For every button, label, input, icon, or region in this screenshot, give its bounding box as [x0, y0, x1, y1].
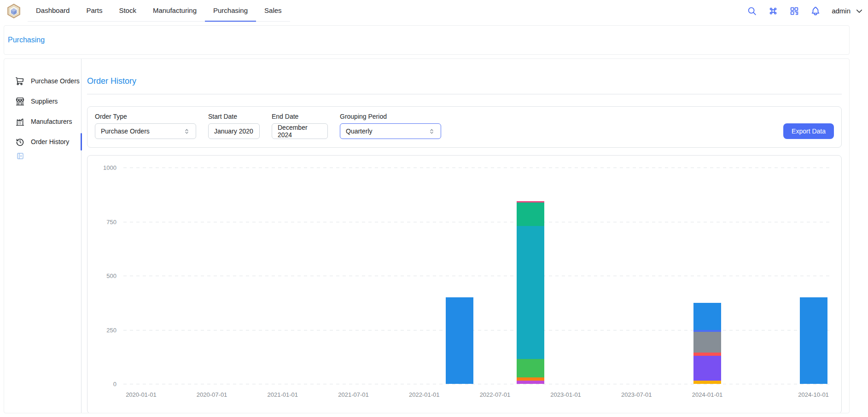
breadcrumb-panel: Purchasing	[4, 25, 850, 55]
search-icon[interactable]	[747, 6, 757, 16]
bar-2024-01-01[interactable]	[693, 303, 721, 384]
tab-purchasing[interactable]: Purchasing	[205, 0, 256, 22]
x-tick-label: 2024-10-01	[786, 391, 841, 398]
app-logo[interactable]	[4, 0, 24, 22]
tab-sales[interactable]: Sales	[256, 0, 290, 22]
bar-segment[interactable]	[693, 381, 721, 384]
bar-segment[interactable]	[693, 332, 721, 353]
x-tick-label: 2024-01-01	[680, 391, 735, 398]
bar-2024-10-01[interactable]	[800, 297, 827, 384]
bell-icon[interactable]	[810, 6, 821, 16]
y-tick-label: 500	[94, 272, 117, 280]
page-title: Order History	[87, 76, 842, 86]
x-tick-label: 2021-07-01	[326, 391, 381, 398]
grouping-period-label: Grouping Period	[340, 113, 441, 120]
cart-icon	[15, 76, 25, 86]
bar-segment[interactable]	[517, 203, 544, 226]
sidebar-item-order-history[interactable]: Order History	[4, 132, 81, 152]
y-tick-label: 0	[94, 381, 117, 388]
end-date-input[interactable]: December 2024	[272, 123, 328, 139]
gridline-500	[123, 276, 831, 276]
bar-segment[interactable]	[517, 381, 544, 384]
command-icon[interactable]	[768, 6, 778, 16]
chevron-down-icon	[855, 7, 863, 15]
user-menu[interactable]: admin	[832, 7, 863, 15]
top-navbar: DashboardPartsStockManufacturingPurchasi…	[0, 0, 868, 22]
main-panel: Purchase OrdersSuppliersManufacturersOrd…	[4, 58, 850, 413]
x-tick-label: 2023-07-01	[609, 391, 664, 398]
bar-2022-10-01[interactable]	[517, 201, 544, 384]
user-name: admin	[832, 7, 851, 15]
sidebar: Purchase OrdersSuppliersManufacturersOrd…	[4, 59, 82, 413]
x-tick-label: 2022-07-01	[467, 391, 523, 398]
sidebar-item-purchase-orders[interactable]: Purchase Orders	[4, 71, 81, 91]
start-date-field: Start Date January 2020	[208, 113, 260, 139]
navbar-actions: admin	[747, 0, 868, 22]
end-date-label: End Date	[272, 113, 328, 120]
qrcode-icon[interactable]	[789, 6, 799, 16]
title-divider	[87, 94, 842, 94]
grouping-period-value: Quarterly	[346, 127, 373, 135]
x-tick-label: 2020-01-01	[113, 391, 169, 398]
bar-segment[interactable]	[693, 353, 721, 356]
x-tick-label: 2023-01-01	[538, 391, 594, 398]
start-date-input[interactable]: January 2020	[208, 123, 260, 139]
grouping-period-select[interactable]: Quarterly	[340, 123, 441, 139]
order-type-select[interactable]: Purchase Orders	[95, 123, 196, 139]
x-tick-label: 2020-07-01	[184, 391, 239, 398]
sidebar-item-label: Order History	[31, 138, 69, 145]
bar-2022-04-01[interactable]	[446, 297, 473, 384]
inventree-logo-icon	[6, 3, 22, 19]
gridline-1000	[123, 168, 831, 168]
x-tick-label: 2021-01-01	[255, 391, 310, 398]
filter-card: Order Type Purchase Orders Start Date Ja…	[87, 106, 842, 148]
main-tab-bar: DashboardPartsStockManufacturingPurchasi…	[28, 0, 290, 22]
order-type-value: Purchase Orders	[101, 127, 150, 135]
x-tick-label: 2022-01-01	[396, 391, 452, 398]
tab-parts[interactable]: Parts	[78, 0, 111, 22]
history-icon	[15, 137, 25, 147]
order-type-field: Order Type Purchase Orders	[95, 113, 196, 139]
bar-segment[interactable]	[693, 303, 721, 330]
start-date-value: January 2020	[214, 127, 253, 135]
order-type-label: Order Type	[95, 113, 196, 120]
bar-segment[interactable]	[517, 226, 544, 359]
export-data-button[interactable]: Export Data	[783, 123, 834, 139]
sidebar-item-label: Manufacturers	[31, 118, 72, 125]
tab-manufacturing[interactable]: Manufacturing	[145, 0, 205, 22]
breadcrumb[interactable]: Purchasing	[8, 36, 45, 44]
y-tick-label: 250	[94, 327, 117, 334]
order-history-chart: 025050075010002020-01-012020-07-012021-0…	[94, 160, 835, 409]
tab-stock[interactable]: Stock	[111, 0, 145, 22]
sidebar-item-manufacturers[interactable]: Manufacturers	[4, 111, 81, 132]
collapse-sidebar-icon[interactable]	[16, 154, 24, 162]
tab-dashboard[interactable]: Dashboard	[28, 0, 78, 22]
store-icon	[15, 97, 25, 106]
bar-segment[interactable]	[446, 297, 473, 384]
bar-segment[interactable]	[517, 377, 544, 381]
gridline-0	[123, 384, 831, 384]
y-tick-label: 750	[94, 219, 117, 226]
end-date-field: End Date December 2024	[272, 113, 328, 139]
selector-icon	[428, 128, 435, 135]
chart-card: 025050075010002020-01-012020-07-012021-0…	[87, 155, 842, 413]
selector-icon	[183, 128, 190, 135]
gridline-750	[123, 222, 831, 222]
gridline-250	[123, 330, 831, 330]
sidebar-item-suppliers[interactable]: Suppliers	[4, 91, 81, 111]
start-date-label: Start Date	[208, 113, 260, 120]
grouping-period-field: Grouping Period Quarterly	[340, 113, 441, 139]
y-tick-label: 1000	[94, 164, 117, 172]
bar-segment[interactable]	[693, 356, 721, 381]
factory-icon	[15, 117, 25, 127]
sidebar-item-label: Purchase Orders	[31, 77, 80, 85]
sidebar-item-label: Suppliers	[31, 98, 58, 105]
bar-segment[interactable]	[517, 359, 544, 377]
end-date-value: December 2024	[278, 124, 322, 139]
bar-segment[interactable]	[800, 297, 827, 384]
content-area: Order History Order Type Purchase Orders…	[82, 59, 849, 413]
